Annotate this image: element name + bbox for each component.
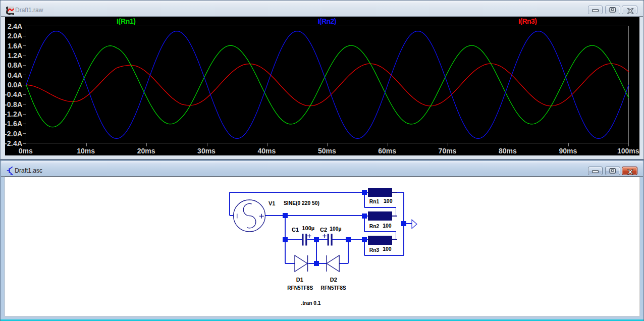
svg-text:2.4A: 2.4A	[8, 22, 22, 30]
svg-text:100: 100	[384, 198, 393, 204]
svg-text:70ms: 70ms	[439, 147, 457, 155]
svg-text:C2: C2	[320, 227, 327, 233]
svg-text:-2.0A: -2.0A	[5, 130, 22, 138]
svg-text:-0.8A: -0.8A	[5, 100, 22, 109]
svg-text:RFN5TF8S: RFN5TF8S	[321, 285, 346, 291]
svg-text:10ms: 10ms	[77, 147, 95, 155]
svg-text:I(Rn1): I(Rn1)	[117, 17, 136, 25]
svg-text:.tran 0.1: .tran 0.1	[301, 300, 320, 306]
svg-text:D2: D2	[330, 277, 337, 283]
svg-text:-1.2A: -1.2A	[5, 110, 22, 118]
svg-text:80ms: 80ms	[499, 147, 517, 155]
svg-text:0.8A: 0.8A	[8, 61, 22, 69]
svg-text:100µ: 100µ	[302, 225, 314, 231]
svg-text:Rn2: Rn2	[369, 223, 380, 229]
svg-text:40ms: 40ms	[257, 147, 276, 155]
svg-text:100ms: 100ms	[617, 147, 639, 155]
svg-text:Rn1: Rn1	[369, 198, 380, 204]
svg-text:1.6A: 1.6A	[8, 42, 22, 50]
svg-text:90ms: 90ms	[559, 147, 577, 155]
svg-text:2.0A: 2.0A	[8, 32, 22, 40]
svg-text:60ms: 60ms	[378, 147, 396, 155]
svg-text:I(Rn2): I(Rn2)	[318, 17, 337, 25]
svg-text:-0.4A: -0.4A	[5, 90, 22, 98]
svg-text:100: 100	[383, 223, 392, 229]
svg-text:Rn3: Rn3	[369, 247, 380, 253]
svg-text:D1: D1	[296, 277, 303, 283]
svg-text:-1.6A: -1.6A	[5, 120, 22, 128]
svg-text:0.4A: 0.4A	[8, 71, 22, 79]
svg-text:50ms: 50ms	[318, 147, 336, 155]
svg-text:100µ: 100µ	[330, 226, 341, 232]
svg-text:C1: C1	[292, 227, 299, 233]
svg-text:RFN5TF8S: RFN5TF8S	[287, 285, 313, 291]
svg-text:1.2A: 1.2A	[8, 51, 22, 60]
svg-text:-2.4A: -2.4A	[5, 139, 22, 147]
svg-text:30ms: 30ms	[197, 147, 216, 155]
svg-text:0.0A: 0.0A	[8, 81, 22, 89]
svg-text:0ms: 0ms	[19, 147, 33, 155]
svg-text:SINE(0 220 50): SINE(0 220 50)	[284, 200, 319, 206]
svg-text:I(Rn3): I(Rn3)	[518, 17, 537, 25]
svg-text:V1: V1	[269, 200, 275, 206]
svg-text:100: 100	[383, 246, 392, 252]
svg-text:20ms: 20ms	[137, 147, 155, 155]
